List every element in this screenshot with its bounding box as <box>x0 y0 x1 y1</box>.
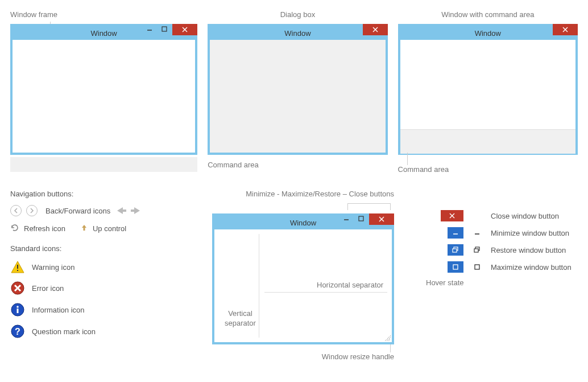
window-body-upper <box>400 40 575 130</box>
back-forward-label: Back/Forward icons <box>45 207 110 215</box>
callout-line <box>390 344 391 352</box>
titlebar[interactable]: Window <box>210 26 385 40</box>
callout-line <box>407 153 408 165</box>
svg-rect-8 <box>17 265 18 269</box>
error-label: Error icon <box>32 284 64 293</box>
svg-rect-1 <box>162 27 167 31</box>
minimize-button[interactable] <box>339 213 353 224</box>
window-body: Horizontal separator Vertical separator <box>214 229 392 342</box>
svg-point-14 <box>16 306 19 308</box>
window-body <box>13 40 195 153</box>
window-title: Window <box>400 29 575 38</box>
command-area-strip <box>10 157 197 172</box>
command-area-caption: Command area <box>398 165 578 174</box>
hover-state-label: Hover state <box>426 278 578 287</box>
svg-rect-27 <box>453 249 457 252</box>
svg-rect-9 <box>17 270 18 271</box>
question-mark-icon: ? <box>10 325 25 338</box>
svg-rect-30 <box>453 265 458 269</box>
question-label: Question mark icon <box>32 327 96 336</box>
standard-icons-heading: Standard icons: <box>10 244 201 253</box>
dialog-body <box>210 40 385 153</box>
information-icon <box>10 303 25 317</box>
close-legend-label: Close window button <box>491 212 559 220</box>
dialog-box: Window <box>208 24 387 155</box>
error-icon <box>10 281 25 295</box>
v-sep-label: Vertical separator <box>225 309 256 328</box>
maximize-button[interactable] <box>158 24 171 34</box>
svg-rect-29 <box>474 249 478 252</box>
command-area-caption: Command area <box>208 161 387 169</box>
forward-arrow-icon[interactable] <box>131 207 140 214</box>
svg-rect-31 <box>475 265 479 269</box>
v-sep-label-line2: separator <box>225 319 256 327</box>
maximize-legend-label: Maximize window button <box>491 263 572 272</box>
refresh-icon[interactable] <box>10 223 19 234</box>
restore-hover-button[interactable] <box>448 244 463 256</box>
back-circle-button[interactable] <box>10 205 22 216</box>
close-button[interactable] <box>369 213 394 225</box>
close-button[interactable] <box>553 24 578 35</box>
minimize-glyph-icon <box>471 230 483 236</box>
forward-circle-button[interactable] <box>26 205 38 216</box>
navigation-heading: Navigation buttons: <box>10 190 201 198</box>
resize-handle[interactable] <box>385 335 391 341</box>
svg-text:?: ? <box>15 327 20 336</box>
restore-glyph-icon <box>471 247 483 253</box>
up-label: Up control <box>93 224 126 233</box>
minimize-hover-button[interactable] <box>448 227 463 239</box>
warning-label: Warning icon <box>32 263 74 272</box>
h-sep-label: Horizontal separator <box>317 281 383 289</box>
close-hover-button[interactable] <box>441 210 463 221</box>
restore-legend-label: Restore window button <box>491 246 566 254</box>
horizontal-separator <box>264 292 387 293</box>
minimize-button[interactable] <box>143 24 156 34</box>
maximize-button[interactable] <box>354 213 368 224</box>
window-frame-label: Window frame <box>10 10 197 20</box>
callout-bracket <box>347 203 391 210</box>
v-sep-label-line1: Vertical <box>228 309 252 318</box>
window-separators: Window Horizontal separator Vertical sep… <box>212 213 394 344</box>
mmrc-label: Minimize - Maximize/Restore – Close butt… <box>212 190 394 200</box>
close-button[interactable] <box>172 24 197 35</box>
window-command-area <box>400 130 575 154</box>
resize-handle-label: Window resize handle <box>212 352 394 361</box>
window-with-command-area: Window <box>398 24 578 155</box>
window-title: Window <box>210 29 385 38</box>
svg-rect-15 <box>17 309 19 313</box>
information-label: Information icon <box>32 306 85 314</box>
dialog-box-label: Dialog box <box>208 10 387 20</box>
refresh-label: Refresh icon <box>24 224 65 233</box>
window-frame: Window <box>10 24 197 155</box>
maximize-hover-button[interactable] <box>448 261 463 273</box>
titlebar[interactable]: Window <box>13 26 195 40</box>
minimize-legend-label: Minimize window button <box>491 229 569 237</box>
svg-rect-19 <box>359 216 363 221</box>
titlebar[interactable]: Window <box>214 216 392 229</box>
maximize-glyph-icon <box>471 264 483 270</box>
titlebar[interactable]: Window <box>400 26 575 40</box>
warning-icon <box>10 261 25 273</box>
vertical-separator <box>259 234 259 338</box>
up-arrow-icon[interactable] <box>80 224 88 233</box>
close-button[interactable] <box>363 24 388 35</box>
back-arrow-icon[interactable] <box>117 207 126 214</box>
window-cmd-label: Window with command area <box>398 10 578 20</box>
